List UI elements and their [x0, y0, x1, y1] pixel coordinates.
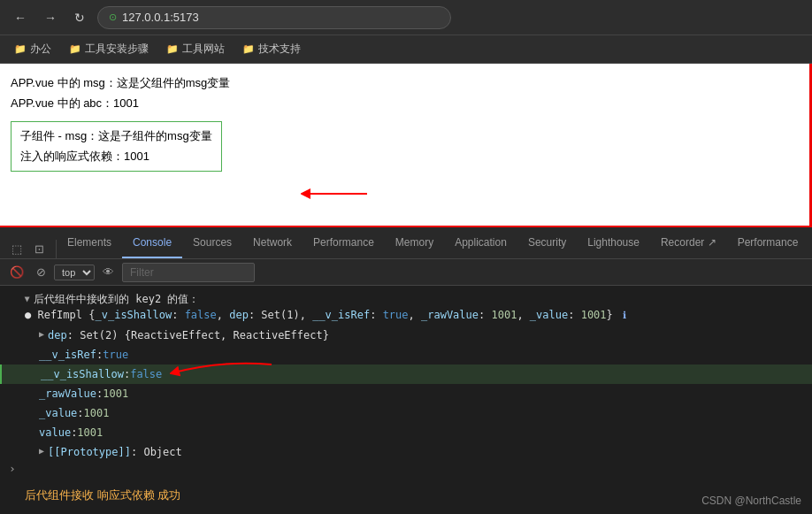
caret-prompt: ›	[9, 462, 16, 475]
prototype-val: : Object	[131, 444, 182, 460]
expand-arrow-proto[interactable]: ▶	[39, 444, 44, 457]
dep-colon: : Set(2) {ReactiveEffect, ReactiveEffect…	[67, 327, 329, 343]
dep-key: dep	[48, 327, 67, 343]
bookmark-label-4: 技术支持	[258, 42, 301, 57]
value2-val: 1001	[77, 425, 103, 441]
page-line-1: APP.vue 中的 msg：这是父组件的msg变量	[11, 73, 801, 93]
devtools-tab-bar: ⬚ ⊡ Elements Console Sources Network Per…	[0, 227, 812, 259]
isref-val: true	[103, 347, 128, 363]
url-text: 127.0.0.1:5173	[122, 11, 199, 24]
devtools-icon-group: ⬚ ⊡	[0, 240, 57, 258]
device-icon-button[interactable]: ⊡	[30, 240, 49, 258]
bookmark-item-4[interactable]: 📁 技术支持	[235, 38, 308, 60]
console-row-value2: value : 1001	[0, 423, 812, 442]
info-text-1: 后代组件接收 响应式依赖 成功	[25, 488, 180, 502]
console-output: ▶ 后代组件中接收到的 key2 的值： ● RefImpl {_v_isSha…	[0, 286, 812, 514]
tab-recorder[interactable]: Recorder ↗	[650, 229, 727, 258]
console-row-main: ▶ 后代组件中接收到的 key2 的值： ● RefImpl {_v_isSha…	[0, 289, 812, 326]
value-val: 1001	[84, 405, 110, 421]
tab-network[interactable]: Network	[242, 229, 303, 258]
tab-sources[interactable]: Sources	[182, 229, 242, 258]
bookmark-label-2: 工具安装步骤	[85, 42, 149, 57]
isref-colon: :	[96, 347, 103, 363]
child-component-box: 子组件 - msg：这是子组件的msg变量 注入的响应式依赖：1001	[11, 121, 222, 172]
bookmark-label-3: 工具网站	[182, 42, 225, 57]
child-line-2: 注入的响应式依赖：1001	[20, 146, 212, 166]
address-bar[interactable]: ⊙ 127.0.0.1:5173	[97, 6, 451, 29]
page-content: APP.vue 中的 msg：这是父组件的msg变量 APP.vue 中的 ab…	[0, 64, 812, 227]
back-button[interactable]: ←	[9, 7, 32, 28]
page-line-2: APP.vue 中的 abc：1001	[11, 93, 801, 113]
tab-console[interactable]: Console	[122, 229, 182, 258]
folder-icon-4: 📁	[242, 43, 255, 55]
isshallow-val: false	[130, 366, 162, 382]
rawvalue-colon: :	[96, 386, 103, 402]
console-row-value: _value : 1001	[0, 403, 812, 423]
clear-console-button[interactable]: 🚫	[5, 263, 28, 281]
value-colon: :	[77, 405, 83, 421]
isshallow-colon: :	[124, 366, 130, 382]
folder-icon-2: 📁	[69, 43, 81, 55]
devtools-panel: ⬚ ⊡ Elements Console Sources Network Per…	[0, 227, 812, 514]
console-row-prototype: ▶ [[Prototype]] : Object	[0, 442, 812, 462]
console-toolbar: 🚫 ⊘ top 👁	[0, 259, 812, 286]
filter-toggle-button[interactable]: ⊘	[32, 263, 50, 281]
bookmark-item-1[interactable]: 📁 办公	[7, 38, 58, 60]
expand-arrow-main[interactable]: ▶	[21, 296, 34, 302]
tab-security[interactable]: Security	[517, 229, 577, 258]
tab-lighthouse[interactable]: Lighthouse	[577, 229, 650, 258]
bookmarks-bar: 📁 办公 📁 工具安装步骤 📁 工具网站 📁 技术支持	[0, 35, 812, 64]
value2-key: value	[39, 425, 71, 441]
console-label: 后代组件中接收到的 key2 的值：	[34, 291, 199, 307]
folder-icon-3: 📁	[166, 43, 179, 55]
ref-impl-text: ● RefImpl {_v_isShallow: false, dep: Set…	[25, 307, 626, 324]
console-row-rawvalue: _rawValue : 1001	[0, 384, 812, 403]
console-row-dep: ▶ dep : Set(2) {ReactiveEffect, Reactive…	[0, 326, 812, 345]
console-info-row-1: 后代组件接收 响应式依赖 成功	[0, 479, 812, 507]
isref-key: __v_isRef	[39, 347, 96, 363]
prototype-text: [[Prototype]]	[48, 444, 131, 460]
forward-button[interactable]: →	[39, 7, 62, 28]
inspect-icon-button[interactable]: ⬚	[7, 240, 27, 258]
expand-arrow-dep[interactable]: ▶	[39, 327, 44, 341]
log-level-select[interactable]: top	[54, 265, 95, 280]
console-row-isref: __v_isRef : true	[0, 345, 812, 364]
tab-performance[interactable]: Performance	[303, 229, 385, 258]
page-red-arrow	[301, 180, 372, 211]
folder-icon-1: 📁	[14, 43, 27, 55]
tab-performance2[interactable]: Performance	[727, 229, 809, 258]
browser-chrome: ← → ↻ ⊙ 127.0.0.1:5173	[0, 0, 812, 35]
console-row-isshallow: __v_isShallow : false	[0, 364, 812, 384]
tab-application[interactable]: Application	[444, 229, 517, 258]
bookmark-label-1: 办公	[30, 42, 51, 57]
child-line-1: 子组件 - msg：这是子组件的msg变量	[20, 126, 212, 146]
tab-memory[interactable]: Memory	[385, 229, 444, 258]
value-key: _value	[39, 405, 77, 421]
console-info-row-2: 且 该依赖仍然是一个 对象	[0, 507, 812, 514]
tab-elements[interactable]: Elements	[57, 229, 122, 258]
filter-input[interactable]	[122, 263, 255, 282]
caret-row: ›	[0, 462, 812, 479]
rawvalue-val: 1001	[103, 386, 128, 402]
eye-button[interactable]: 👁	[98, 263, 119, 281]
watermark: CSDN @NorthCastle	[701, 495, 801, 507]
value2-colon: :	[71, 425, 77, 441]
isshallow-key: __v_isShallow	[41, 366, 124, 382]
reload-button[interactable]: ↻	[69, 7, 90, 28]
bookmark-item-3[interactable]: 📁 工具网站	[159, 38, 232, 60]
rawvalue-key: _rawValue	[39, 386, 96, 402]
bookmark-item-2[interactable]: 📁 工具安装步骤	[62, 38, 156, 60]
lock-icon: ⊙	[109, 12, 117, 23]
